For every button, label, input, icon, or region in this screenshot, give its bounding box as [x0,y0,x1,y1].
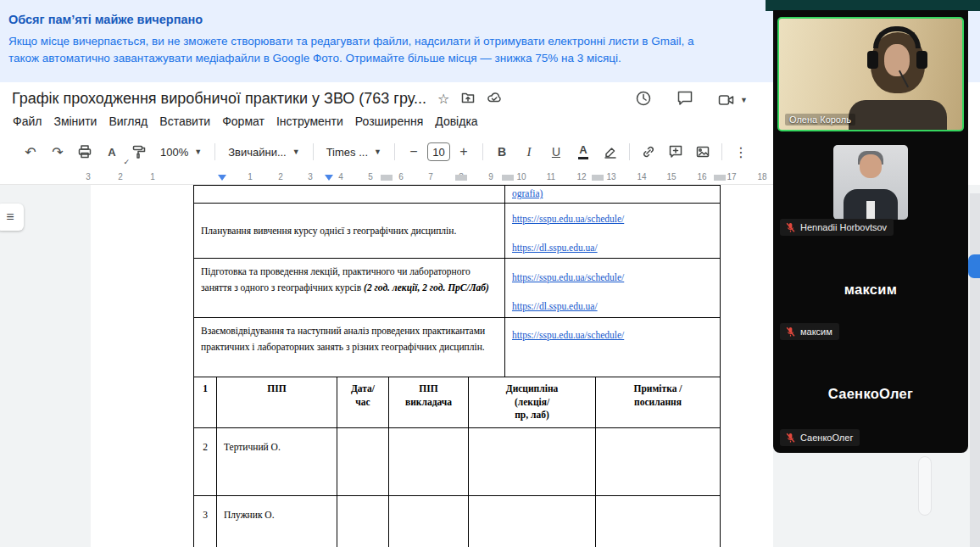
insert-image-button[interactable] [692,141,714,163]
menu-extensions[interactable]: Розширення [349,113,429,130]
participant-tile[interactable]: Олена Король [773,10,968,138]
cloud-status-icon[interactable] [487,90,502,108]
underline-button[interactable]: U [545,141,567,163]
toolbar-divider [394,143,395,160]
participant-name-chip: Hennadii Horbovtsov [780,219,894,236]
header-cell[interactable]: 1 [193,377,216,427]
ruler-number: 1 [248,172,253,181]
ruler[interactable]: 3 2 1 1 2 3 4 5 6 7 8 9 10 11 12 13 14 1… [0,170,773,185]
star-icon[interactable]: ☆ [437,92,449,106]
participant-tile[interactable]: максим максим [773,243,968,347]
add-comment-button[interactable] [665,141,687,163]
link[interactable]: https://dl.sspu.edu.ua/ [512,241,713,254]
menu-view[interactable]: Вигляд [103,113,153,130]
version-history-icon[interactable] [634,89,653,111]
move-folder-icon[interactable] [460,90,476,108]
menu-tools[interactable]: Інструменти [270,113,349,130]
ruler-number: 15 [666,172,676,181]
participant-photo [833,145,908,220]
link[interactable]: https://sspu.edu.ua/schedule/ [512,212,713,226]
menu-edit[interactable]: Змінити [47,113,103,130]
participant-tile[interactable]: СаенкоОлег СаенкоОлег [773,347,968,453]
header-cell[interactable]: ПІП викладача [388,377,468,427]
table-row: Підготовка та проведення лекцій, практич… [193,259,721,318]
bold-button[interactable]: B [491,141,513,163]
toolbar-divider [214,143,215,160]
participant-video[interactable]: Олена Король [777,17,964,131]
table-column-marker[interactable] [502,175,514,181]
document-page[interactable]: ografia) Планування вивчення курсу одніє… [91,185,773,547]
table-row: 3 Плужник О. [193,496,721,547]
redo-button[interactable]: ↷ [47,141,69,163]
side-panel-handle[interactable] [968,254,980,278]
doc-title[interactable]: Графік проходження виробничої практики у… [12,90,426,108]
paragraph-style-select[interactable]: Звичайни...▼ [223,141,304,163]
menu-format[interactable]: Формат [216,113,270,130]
scrollbar-track[interactable] [970,193,980,547]
person-name[interactable]: Плужник О. [216,496,337,547]
menu-bar: Файл Змінити Вигляд Вставити Формат Інст… [7,113,484,130]
show-outline-button[interactable]: ≡ [0,204,24,231]
header-cell[interactable]: Примітка / посилання [595,377,721,427]
ruler-number: 17 [727,172,736,181]
increase-font-size-button[interactable]: + [453,141,475,163]
link[interactable]: ografia) [512,187,713,200]
menu-help[interactable]: Довідка [429,113,483,130]
header-cell[interactable]: Дисципліна (лекція/ пр, лаб) [468,377,595,427]
video-call-icon[interactable]: ▼ [717,91,748,109]
comments-icon[interactable] [676,89,694,111]
banner-body: Якщо місце вичерпається, ви не зможете с… [8,33,771,68]
print-button[interactable] [74,141,96,163]
menu-insert[interactable]: Вставити [153,113,216,130]
participant-name-label: Олена Король [785,114,855,126]
spellcheck-button[interactable]: A✓ [101,141,123,163]
tab-stop-marker[interactable] [325,175,333,181]
row-number[interactable]: 3 [193,496,216,547]
toolbar-divider [629,143,630,160]
document-table[interactable]: ografia) Планування вивчення курсу одніє… [193,185,721,547]
text-color-button[interactable]: A [572,141,594,163]
link[interactable]: https://dl.sspu.edu.ua/ [512,299,713,313]
ruler-number: 16 [697,172,706,181]
participant-tile[interactable]: Hennadii Horbovtsov [773,138,968,243]
menu-file[interactable]: Файл [7,113,47,130]
ruler-number: 10 [516,172,526,181]
task-text-emphasis: (2 год. лекції, 2 год. ПрС/Лаб) [364,282,489,293]
muted-mic-icon [785,221,796,233]
task-text: Планування вивчення курсу однієї з геогр… [201,224,456,238]
table-column-marker[interactable] [592,175,604,181]
highlight-color-button[interactable] [599,141,621,163]
table-column-marker[interactable] [455,175,467,181]
ruler-number: 4 [338,172,343,181]
decrease-font-size-button[interactable]: − [403,141,425,163]
table-column-marker[interactable] [714,175,726,181]
table-column-marker[interactable] [381,175,393,181]
row-number[interactable]: 2 [193,428,216,495]
chevron-down-icon: ▼ [374,148,381,156]
link[interactable]: https://sspu.edu.ua/schedule/ [512,271,713,284]
paint-format-button[interactable] [128,141,150,163]
ruler-number: 5 [368,172,373,181]
more-options-button[interactable]: ⋮ [730,141,752,163]
toolbar-divider [313,143,314,160]
undo-button[interactable]: ↶ [19,141,42,163]
participant-name-chip: СаенкоОлег [780,429,860,446]
person-name[interactable]: Тертичний О. [216,428,337,495]
header-cell[interactable]: ПІП [216,377,337,427]
font-select[interactable]: Times ...▼ [321,141,387,163]
muted-mic-icon [785,326,796,338]
chevron-down-icon: ▼ [292,148,300,156]
meet-panel: Олена Король Hennadii Ho [773,10,968,453]
link[interactable]: https://sspu.edu.ua/schedule/ [512,328,713,342]
insert-link-button[interactable] [638,141,660,163]
toolbar: ↶ ↷ A✓ 100%▼ Звичайни...▼ Times ...▼ − 1… [0,136,773,168]
table-header-row: 1 ПІП Дата/ час ПІП викладача Дисципліна… [193,377,721,428]
font-size-input[interactable]: 10 [427,142,450,161]
ruler-number: 11 [547,172,555,181]
ruler-number: 1 [150,172,155,181]
italic-button[interactable]: I [518,141,540,163]
tab-stop-marker[interactable] [218,175,226,181]
header-cell[interactable]: Дата/ час [337,377,388,427]
scrollbar-thumb[interactable] [918,456,932,516]
zoom-select[interactable]: 100%▼ [155,141,207,163]
